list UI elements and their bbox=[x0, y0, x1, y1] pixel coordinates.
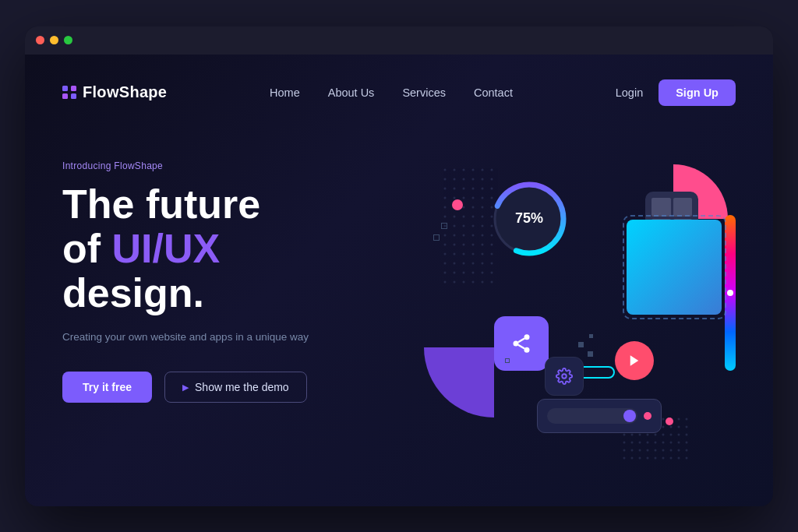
settings-icon bbox=[556, 368, 573, 385]
deco-sq-3 bbox=[505, 358, 510, 363]
hero-title: The future of UI/UX design. bbox=[62, 182, 390, 316]
title-design: design. bbox=[62, 270, 204, 315]
svg-marker-12 bbox=[630, 355, 639, 366]
svg-point-11 bbox=[562, 374, 567, 379]
login-button[interactable]: Login bbox=[616, 86, 643, 99]
circle-progress: 75% bbox=[486, 176, 572, 262]
deco-fsq-3 bbox=[588, 351, 593, 357]
progress-svg: 75% bbox=[486, 176, 572, 262]
logo-dot-1 bbox=[62, 86, 68, 91]
demo-button[interactable]: ▶ Show me the demo bbox=[164, 372, 307, 403]
purple-arc bbox=[424, 347, 494, 417]
grid-cell-1 bbox=[651, 198, 671, 217]
nav-item-contact[interactable]: Contact bbox=[474, 86, 513, 99]
play-button-card[interactable] bbox=[615, 341, 654, 380]
title-line1: The future bbox=[62, 181, 260, 227]
deco-sq-2 bbox=[433, 234, 440, 241]
accent-dot-bottom bbox=[666, 417, 673, 425]
signup-button[interactable]: Sign Up bbox=[659, 79, 736, 106]
grid-cell-2 bbox=[673, 198, 693, 217]
toggle-track bbox=[547, 408, 637, 424]
title-highlight: UI/UX bbox=[112, 226, 221, 271]
hero-subtitle: Creating your own website and apps in a … bbox=[62, 329, 390, 345]
toggle-card[interactable] bbox=[537, 399, 662, 433]
svg-point-8 bbox=[524, 347, 530, 352]
blue-square bbox=[627, 220, 722, 315]
color-bar-handle bbox=[727, 290, 733, 296]
logo: FlowShape bbox=[62, 83, 167, 101]
hero-buttons: Try it free ▶ Show me the demo bbox=[62, 372, 390, 403]
accent-dot-top bbox=[452, 199, 463, 210]
share-icon bbox=[510, 333, 532, 354]
hero-text: Introducing FlowShape The future of UI/U… bbox=[62, 153, 390, 403]
play-icon-card bbox=[627, 354, 641, 368]
svg-line-9 bbox=[518, 344, 524, 348]
navbar: FlowShape Home About Us Services Contact… bbox=[62, 79, 736, 106]
nav-right: Login Sign Up bbox=[616, 79, 736, 106]
intro-label: Introducing FlowShape bbox=[62, 160, 390, 171]
toggle-indicator bbox=[644, 412, 651, 420]
browser-dot-red[interactable] bbox=[36, 36, 44, 44]
svg-point-6 bbox=[524, 334, 530, 340]
deco-fsq-2 bbox=[589, 334, 593, 338]
logo-name: FlowShape bbox=[83, 83, 167, 101]
share-card bbox=[494, 316, 549, 371]
logo-dot-4 bbox=[71, 93, 76, 99]
svg-point-7 bbox=[514, 340, 519, 346]
browser-frame: FlowShape Home About Us Services Contact… bbox=[25, 26, 773, 506]
demo-button-label: Show me the demo bbox=[195, 381, 289, 393]
hero-section: Introducing FlowShape The future of UI/U… bbox=[62, 153, 736, 464]
settings-card bbox=[545, 357, 584, 396]
play-icon: ▶ bbox=[182, 382, 189, 393]
hero-illustration: 75% bbox=[421, 153, 736, 464]
deco-fsq-1 bbox=[578, 342, 584, 347]
title-of: of bbox=[62, 226, 112, 271]
logo-dot-3 bbox=[62, 93, 68, 99]
nav-item-home[interactable]: Home bbox=[270, 86, 300, 99]
svg-line-10 bbox=[518, 338, 524, 342]
color-bar bbox=[725, 215, 736, 371]
try-free-button[interactable]: Try it free bbox=[62, 372, 152, 403]
progress-text: 75% bbox=[515, 210, 543, 226]
toggle-knob bbox=[623, 410, 636, 422]
nav-item-about[interactable]: About Us bbox=[328, 86, 375, 99]
browser-dot-yellow[interactable] bbox=[50, 36, 58, 44]
nav-item-services[interactable]: Services bbox=[402, 86, 446, 99]
nav-links: Home About Us Services Contact bbox=[270, 86, 513, 100]
logo-dot-2 bbox=[71, 86, 76, 91]
browser-dot-green[interactable] bbox=[64, 36, 72, 44]
deco-sq-1 bbox=[441, 223, 447, 229]
browser-bar bbox=[25, 26, 773, 55]
logo-icon bbox=[62, 86, 76, 100]
intro-brand: FlowShape bbox=[114, 160, 163, 171]
page-content: FlowShape Home About Us Services Contact… bbox=[25, 55, 773, 506]
